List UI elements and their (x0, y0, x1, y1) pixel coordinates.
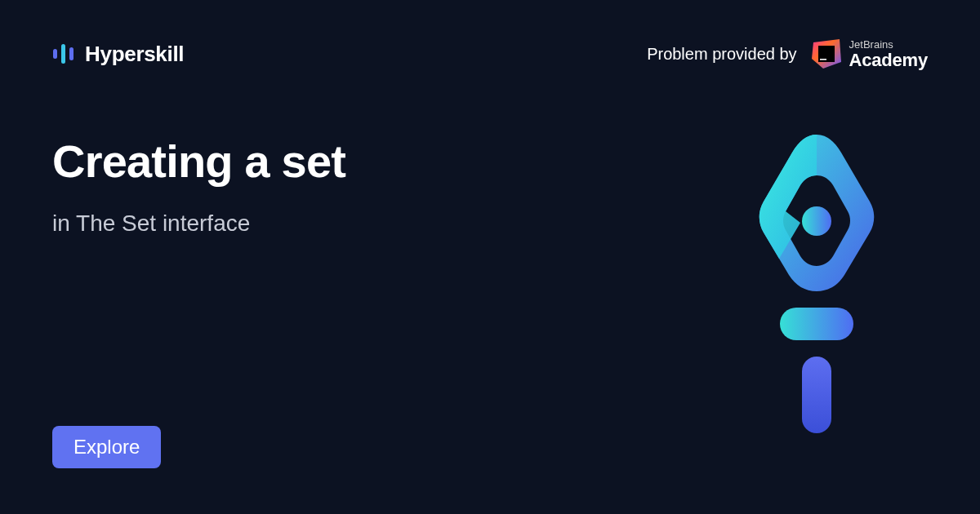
svg-rect-0 (53, 49, 57, 59)
svg-rect-7 (780, 308, 853, 340)
provider-brand-bottom: Academy (849, 51, 928, 69)
svg-rect-1 (61, 44, 65, 64)
content: Creating a set in The Set interface (52, 135, 345, 237)
brand-name: Hyperskill (85, 42, 184, 67)
svg-rect-8 (802, 357, 831, 433)
header: Hyperskill Problem provided by JetBrains… (0, 0, 980, 69)
svg-rect-5 (820, 59, 826, 60)
hyperskill-logo-icon (52, 42, 75, 65)
page-title: Creating a set (52, 135, 345, 188)
explore-button[interactable]: Explore (52, 426, 161, 468)
page-subtitle: in The Set interface (52, 210, 345, 237)
provider: Problem provided by JetBrains Academy (647, 39, 928, 69)
jetbrains-logo-icon (812, 39, 841, 69)
svg-point-6 (802, 206, 831, 236)
hero-illustration-icon (735, 135, 898, 436)
brand: Hyperskill (52, 42, 184, 67)
provider-brand-top: JetBrains (849, 39, 928, 51)
provider-brand: JetBrains Academy (849, 39, 928, 69)
provider-text: Problem provided by (647, 45, 796, 64)
provider-logo: JetBrains Academy (812, 39, 928, 69)
svg-rect-2 (69, 47, 74, 60)
